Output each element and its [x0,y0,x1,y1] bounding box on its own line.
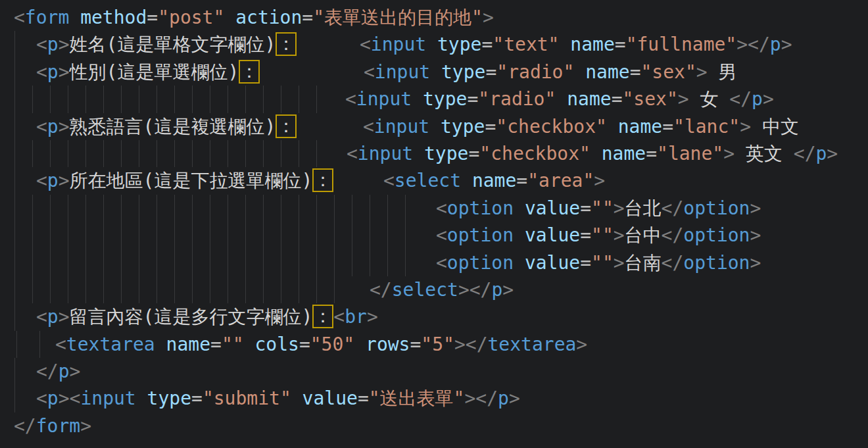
code-line[interactable]: <textarea name="" cols="50" rows="5"></t… [0,331,868,358]
indent-guide [316,195,317,222]
indent-guide [50,222,51,249]
indent-guide [281,249,281,276]
code-line[interactable]: <option value="">台南</option> [0,249,868,276]
indent-guide [210,140,210,167]
equals-token: = [299,334,310,355]
punctuation-token: </ [794,143,816,164]
attribute-name-token: type [147,387,191,409]
indent-guide [281,195,281,222]
indent-guide [228,276,228,303]
code-editor[interactable]: <form method="post" action="表單送出的目的地"><p… [0,0,868,448]
indent-guide [50,195,51,222]
indent-guide [281,276,281,303]
string-token: "50" [310,334,354,355]
indent-guide [157,222,157,249]
string-token: "sex" [622,88,677,110]
code-line[interactable]: <option value="">台北</option> [0,195,868,222]
code-line[interactable]: <input type="checkbox" name="lane"> 英文 <… [0,140,868,167]
equals-token: = [481,34,493,55]
punctuation-token: > [454,334,466,355]
indent-guide [370,249,370,276]
space [354,334,366,355]
equals-token: = [612,88,623,110]
space [607,116,618,137]
space [155,334,166,355]
indent-guide [14,59,15,86]
punctuation-token: < [36,61,47,83]
indent-guide [334,222,335,249]
space [556,88,567,110]
string-token: "submit" [203,387,291,409]
indent-guide [121,195,122,222]
code-line[interactable]: </p> [0,358,868,385]
code-line[interactable]: </select></p> [0,276,868,303]
attribute-name-token: type [441,116,485,137]
indent-guide [316,249,317,276]
indent-guide [299,249,299,276]
text-token: 女 [689,88,730,110]
indent-guide [263,276,264,303]
string-token: "" [591,224,614,246]
punctuation-token: < [70,387,81,409]
indent-guide [352,195,352,222]
text-token: 中文 [751,116,799,137]
tag-name-token: p [47,387,59,409]
tag-name-token: form [36,415,80,437]
code-line[interactable]: <p>性別(這是單選欄位)：<input type="radio" name="… [0,59,868,86]
indent-guide [157,276,157,303]
punctuation-token: > [614,224,625,246]
punctuation-token: </ [470,279,492,301]
attribute-name-token: value [525,197,580,219]
text-token: 熟悉語言(這是複選欄位) [70,116,276,137]
code-line[interactable]: <p><input type="submit" value="送出表單"></p… [0,385,868,412]
tag-name-token: input [374,116,429,137]
code-chunk: </select></p> [370,276,514,303]
attribute-name-token: value [525,252,580,274]
punctuation-token: > [464,387,475,409]
tag-name-token: option [683,252,750,274]
punctuation-token: </ [662,224,684,246]
attribute-name-token: type [441,61,485,83]
indent-guide [281,140,281,167]
indent-guide [263,86,264,112]
punctuation-token: < [363,116,374,137]
tag-name-token: input [356,88,412,110]
unicode-highlight-colon: ： [312,305,333,328]
code-line[interactable]: <option value="">台中</option> [0,222,868,249]
tag-name-token: p [491,279,502,301]
attribute-name-token: name [570,34,614,55]
code-line[interactable]: <p>留言內容(這是多行文字欄位)：<br> [0,303,868,330]
indent-guide [85,222,86,249]
indent-guide [157,86,157,112]
punctuation-token: > [614,197,625,219]
tag-name-token: form [25,7,69,28]
code-line[interactable]: <p>熟悉語言(這是複選欄位)：<input type="checkbox" n… [0,113,868,140]
code-line[interactable]: <p>所在地區(這是下拉選單欄位)：<select name="area"> [0,167,868,194]
tag-name-token: option [447,224,514,246]
indent-guide [405,249,406,276]
code-line[interactable]: </form> [0,412,868,439]
code-line[interactable]: <input type="radio" name="sex"> 女 </p> [0,86,868,112]
indent-guide [299,195,299,222]
indent-guide [85,249,86,276]
punctuation-token: > [59,116,70,137]
space [69,7,80,28]
code-line[interactable]: <form method="post" action="表單送出的目的地"> [0,4,868,31]
unicode-highlight-colon: ： [276,114,297,138]
punctuation-token: > [696,61,708,83]
indent-guide [14,385,15,412]
code-line[interactable]: <p>姓名(這是單格文字欄位)：<input type="text" name=… [0,31,868,58]
code-chunk: <select name="area"> [383,167,605,194]
punctuation-token: < [436,252,447,274]
punctuation-token: < [36,34,47,55]
indent-guide [14,31,15,58]
punctuation-token: < [347,143,358,164]
indent-guide [334,276,335,303]
equals-token: = [410,334,421,355]
space [291,387,302,409]
string-token: "checkbox" [496,116,607,137]
indent-guide [299,222,299,249]
indent-guide [14,113,15,140]
indent-guide [192,222,193,249]
space [591,143,602,164]
